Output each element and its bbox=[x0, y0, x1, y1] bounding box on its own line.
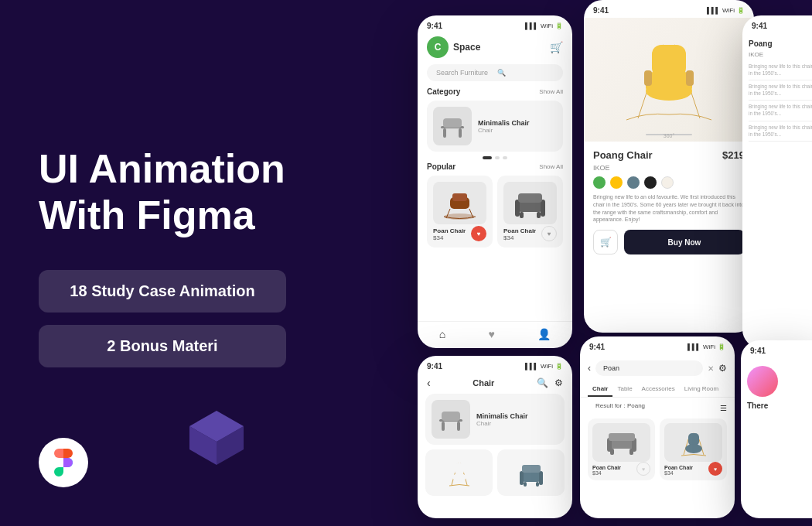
search-tabs: Chair Table Accessories Living Room bbox=[580, 382, 735, 398]
result-chair-1 bbox=[602, 427, 641, 458]
home-nav-icon[interactable]: ⌂ bbox=[439, 328, 445, 340]
svg-rect-33 bbox=[524, 482, 527, 487]
time-main: 9:41 bbox=[427, 22, 442, 30]
search-icon-detail[interactable]: 🔍 bbox=[537, 377, 548, 388]
heart-btn-1[interactable]: ♥ bbox=[471, 226, 486, 241]
svg-rect-21 bbox=[644, 70, 652, 86]
right-brand: IKOE bbox=[749, 51, 812, 58]
battery-detail: 🔋 bbox=[555, 363, 563, 370]
result-img-1 bbox=[592, 423, 650, 462]
search-input[interactable]: Poan bbox=[595, 360, 703, 376]
svg-rect-14 bbox=[541, 200, 545, 217]
svg-rect-29 bbox=[522, 471, 541, 482]
svg-rect-22 bbox=[686, 70, 694, 86]
detail-grid-item-1[interactable] bbox=[425, 449, 493, 496]
status-bar-search: 9:41 ▌▌▌ WiFi 🔋 bbox=[580, 336, 735, 354]
product-hero: 360° bbox=[584, 18, 754, 142]
divider-3 bbox=[749, 121, 812, 121]
heart-btn-result-2[interactable]: ♥ bbox=[708, 462, 722, 476]
status-icons-search: ▌▌▌ WiFi 🔋 bbox=[687, 343, 725, 350]
store-name: Space bbox=[453, 42, 480, 53]
favorites-nav-icon[interactable]: ♥ bbox=[489, 328, 495, 340]
back-icon-detail[interactable]: ‹ bbox=[427, 377, 431, 389]
popular-label: Popular bbox=[427, 162, 455, 171]
color-yellow[interactable] bbox=[610, 176, 623, 189]
heart-btn-result-1[interactable]: ♥ bbox=[636, 462, 650, 476]
dot-1 bbox=[495, 156, 500, 159]
signal-icon: ▌▌▌ bbox=[525, 22, 538, 29]
phone-detail: 9:41 ▌▌▌ WiFi 🔋 ‹ Chair 🔍 ⚙ bbox=[418, 356, 572, 518]
svg-rect-40 bbox=[629, 449, 633, 455]
category-show-all[interactable]: Show All bbox=[539, 88, 563, 95]
search-icon: 🔍 bbox=[497, 69, 554, 77]
divider-2 bbox=[749, 100, 812, 101]
tab-accessories[interactable]: Accessories bbox=[637, 382, 680, 397]
popular-card-1[interactable]: Poan Chair $34 ♥ bbox=[427, 176, 493, 248]
svg-rect-27 bbox=[455, 463, 464, 474]
user-avatar: C bbox=[427, 36, 449, 58]
status-bar-detail: 9:41 ▌▌▌ WiFi 🔋 bbox=[418, 356, 572, 374]
popular-show-all[interactable]: Show All bbox=[539, 163, 563, 170]
popular-card-2[interactable]: Poan Chair $34 ♥ bbox=[497, 176, 563, 248]
color-black[interactable] bbox=[644, 176, 657, 189]
detail-product-name: Minimalis Chair bbox=[476, 412, 528, 420]
svg-rect-17 bbox=[537, 212, 541, 218]
list-view-icon[interactable]: ☰ bbox=[720, 404, 727, 412]
result-card-2[interactable]: Poan Chair $34 ♥ bbox=[660, 418, 727, 480]
svg-rect-30 bbox=[520, 471, 524, 485]
cube-svg bbox=[178, 399, 255, 476]
results-label: Result for : Poang bbox=[588, 402, 653, 414]
title-line2: With Figma bbox=[39, 193, 255, 237]
right-phone-text: Poang IKOE Bringing new life to this cha… bbox=[742, 33, 812, 150]
search-bar[interactable]: Search Furniture 🔍 bbox=[427, 64, 563, 81]
app-header-main: C Space 🛒 bbox=[418, 33, 572, 64]
badge-study-case[interactable]: 18 Study Case Animation bbox=[39, 270, 286, 313]
badge-bonus[interactable]: 2 Bonus Materi bbox=[39, 325, 286, 367]
figma-icon bbox=[49, 449, 77, 476]
result-card-1[interactable]: Poan Chair $34 ♥ bbox=[588, 418, 655, 480]
profile-nav-icon[interactable]: 👤 bbox=[537, 328, 551, 340]
filter-icon-detail[interactable]: ⚙ bbox=[554, 377, 563, 388]
color-green[interactable] bbox=[593, 176, 606, 189]
detail-grid-item-2[interactable] bbox=[497, 449, 565, 496]
phone-main: 9:41 ▌▌▌ WiFi 🔋 C Space 🛒 Search Furnitu… bbox=[418, 15, 572, 348]
svg-rect-6 bbox=[459, 128, 462, 138]
carousel-dots bbox=[418, 156, 572, 159]
color-cream[interactable] bbox=[661, 176, 674, 189]
filter-icon[interactable]: ⚙ bbox=[718, 363, 727, 374]
battery-icon: 🔋 bbox=[555, 22, 563, 29]
category-header: Category Show All bbox=[418, 87, 572, 101]
product-brand: IKOE bbox=[593, 164, 745, 172]
detail-product-card[interactable]: Minimalis Chair Chair bbox=[425, 394, 565, 445]
tab-chair[interactable]: Chair bbox=[588, 382, 612, 397]
clear-icon[interactable]: ✕ bbox=[708, 364, 714, 373]
heart-btn-2[interactable]: ♥ bbox=[541, 226, 557, 241]
tab-living[interactable]: Living Room bbox=[680, 382, 723, 397]
product-name: Minimalis Chair bbox=[478, 119, 530, 127]
back-search[interactable]: ‹ bbox=[588, 363, 591, 374]
svg-rect-32 bbox=[522, 465, 541, 473]
buy-now-btn[interactable]: Buy Now bbox=[624, 230, 745, 254]
featured-product-card[interactable]: Minimalis Chair Chair bbox=[427, 101, 563, 152]
status-bar-product: 9:41 ▌▌▌ WiFi 🔋 bbox=[584, 0, 754, 18]
chair-sm bbox=[435, 404, 466, 435]
color-gray[interactable] bbox=[627, 176, 640, 189]
detail-product-cat: Chair bbox=[476, 420, 528, 427]
svg-rect-24 bbox=[442, 412, 460, 421]
results-grid: Poan Chair $34 ♥ Poan Chair $34 ♥ bbox=[580, 418, 735, 480]
divider-1 bbox=[749, 80, 812, 80]
phone-product-detail: 9:41 ▌▌▌ WiFi 🔋 bbox=[584, 0, 754, 333]
detail-product-img bbox=[432, 400, 470, 439]
svg-rect-15 bbox=[518, 193, 542, 203]
title-line1: UI Animation bbox=[39, 146, 285, 191]
buy-label: Buy Now bbox=[668, 238, 701, 247]
result-img-2 bbox=[664, 423, 722, 462]
add-to-cart-btn[interactable]: 🛒 bbox=[593, 230, 618, 254]
right-desc-4: Bringing new life to this chair in the 1… bbox=[749, 124, 812, 138]
cart-icon[interactable]: 🛒 bbox=[550, 41, 563, 53]
360-label: 360° bbox=[664, 133, 674, 138]
svg-rect-25 bbox=[442, 422, 445, 431]
rocking-chair-img bbox=[438, 186, 481, 220]
tab-table[interactable]: Table bbox=[612, 382, 636, 397]
poang-chair-hero bbox=[607, 26, 731, 134]
